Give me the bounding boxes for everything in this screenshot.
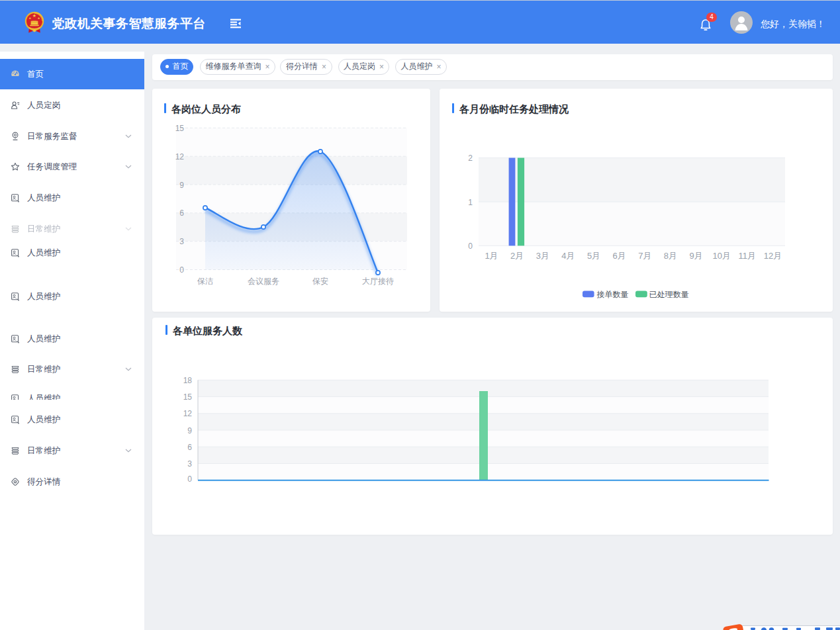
svg-text:9: 9	[187, 426, 192, 435]
svg-text:12: 12	[175, 152, 185, 161]
svg-text:12月: 12月	[764, 251, 782, 261]
svg-text:0: 0	[468, 242, 473, 251]
svg-text:会议服务: 会议服务	[248, 277, 279, 286]
svg-text:11月: 11月	[739, 251, 757, 261]
svg-text:18: 18	[183, 376, 193, 385]
svg-text:3: 3	[187, 459, 192, 469]
svg-text:5月: 5月	[587, 251, 600, 261]
svg-text:接单数量: 接单数量	[597, 290, 629, 299]
svg-text:★: ★	[32, 13, 36, 18]
svg-text:0: 0	[187, 474, 192, 484]
svg-text:2月: 2月	[510, 251, 524, 261]
svg-text:1: 1	[468, 198, 473, 207]
svg-text:2: 2	[468, 154, 473, 163]
svg-text:6月: 6月	[613, 251, 626, 261]
svg-text:3月: 3月	[536, 251, 549, 261]
svg-text:4月: 4月	[561, 251, 575, 261]
svg-text:保安: 保安	[312, 277, 328, 286]
svg-text:3: 3	[179, 237, 184, 246]
svg-text:15: 15	[175, 124, 185, 133]
svg-text:1月: 1月	[485, 251, 498, 261]
svg-text:12: 12	[183, 409, 193, 418]
svg-text:6: 6	[187, 443, 192, 452]
svg-text:7月: 7月	[638, 251, 651, 261]
svg-text:保洁: 保洁	[197, 277, 213, 286]
svg-text:6: 6	[179, 208, 184, 218]
svg-text:15: 15	[183, 392, 193, 402]
svg-text:10月: 10月	[712, 251, 730, 261]
svg-text:9: 9	[179, 181, 184, 190]
svg-text:8月: 8月	[664, 251, 677, 261]
svg-text:9月: 9月	[689, 251, 702, 261]
svg-text:大厅接待: 大厅接待	[362, 277, 394, 286]
svg-text:0: 0	[179, 265, 184, 275]
svg-text:已处理数量: 已处理数量	[649, 290, 689, 299]
